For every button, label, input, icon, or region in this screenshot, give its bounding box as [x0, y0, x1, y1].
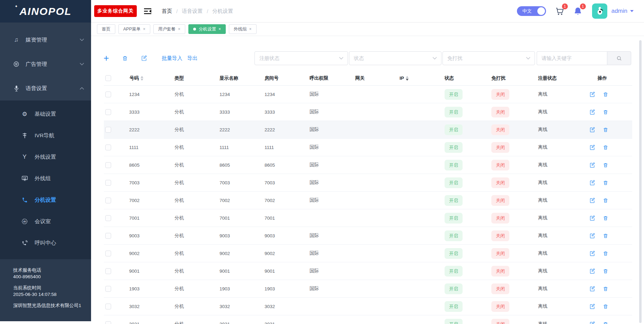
row-checkbox[interactable] [105, 304, 111, 309]
row-checkbox[interactable] [105, 127, 111, 133]
tab-APP菜单[interactable]: APP菜单 × [118, 24, 150, 34]
sort-caret[interactable] [141, 76, 143, 81]
row-checkbox[interactable] [105, 109, 111, 115]
cell-register-status: 离线 [537, 303, 585, 309]
row-checkbox[interactable] [105, 198, 111, 203]
sidebar-subitem-call-center[interactable]: 呼叫中心 [0, 232, 91, 254]
row-checkbox[interactable] [105, 180, 111, 186]
edit-icon [589, 321, 595, 324]
row-checkbox[interactable] [105, 286, 111, 292]
row-edit-button[interactable] [589, 145, 595, 150]
tab-close-icon[interactable]: × [178, 27, 180, 32]
row-checkbox[interactable] [105, 268, 111, 274]
batch-import-link[interactable]: 批量导入 [162, 55, 182, 62]
sidebar-subitem-meeting-room[interactable]: m 会议室 [0, 211, 91, 232]
col-header-ip[interactable]: IP [398, 76, 443, 81]
keyword-input[interactable] [537, 51, 607, 65]
breadcrumb-home[interactable]: 首页 [162, 8, 172, 15]
col-header-type: 类型 [173, 75, 218, 81]
row-edit-button[interactable] [589, 180, 595, 186]
sidebar-subitem-trunk-settings[interactable]: Y 外线设置 [0, 146, 91, 168]
dnd-badge: 关闭 [491, 107, 509, 117]
row-checkbox[interactable] [105, 321, 111, 324]
sidebar-item-ads[interactable]: 广告管理 [0, 52, 91, 76]
edit-button[interactable] [141, 55, 147, 61]
row-checkbox[interactable] [105, 251, 111, 256]
cell-display-name: 9002 [218, 251, 263, 256]
edit-icon [589, 162, 595, 168]
dnd-badge: 关闭 [491, 89, 509, 100]
cell-register-status: 离线 [537, 144, 585, 150]
row-delete-button[interactable] [603, 251, 608, 256]
notifications-button[interactable]: 1 [573, 7, 582, 16]
cell-register-status: 离线 [537, 197, 585, 203]
row-edit-button[interactable] [589, 233, 595, 239]
row-checkbox[interactable] [105, 215, 111, 221]
sidebar-subitem-basic-settings[interactable]: ⚙ 基础设置 [0, 103, 91, 125]
col-header-number[interactable]: 号码 [128, 75, 173, 81]
row-delete-button[interactable] [603, 180, 608, 186]
sidebar-subitem-ivr-nav[interactable]: IVR导航 [0, 125, 91, 146]
cell-type: 分机 [173, 91, 218, 97]
row-delete-button[interactable] [603, 304, 608, 309]
tab-close-icon[interactable]: × [218, 27, 221, 32]
row-delete-button[interactable] [603, 215, 608, 221]
tab-首页[interactable]: 首页 × [97, 24, 115, 34]
row-delete-button[interactable] [603, 145, 608, 150]
row-edit-button[interactable] [589, 268, 595, 274]
dnd-select[interactable]: 免打扰 [442, 51, 535, 65]
row-checkbox[interactable] [105, 162, 111, 168]
table-body: 1234 分机 1234 1234 国际 开启 关闭 离线 3333 分机 33… [104, 86, 632, 324]
sidebar-item-media[interactable]: ♫ 媒资管理 [0, 28, 91, 52]
row-delete-button[interactable] [603, 127, 608, 133]
row-checkbox[interactable] [105, 233, 111, 239]
row-edit-button[interactable] [589, 215, 595, 221]
row-delete-button[interactable] [603, 91, 608, 97]
sidebar-subitem-extension[interactable]: 分机设置 [0, 189, 91, 211]
row-edit-button[interactable] [589, 162, 595, 168]
delete-button[interactable] [122, 55, 128, 62]
cell-room: 3032 [263, 304, 308, 309]
tab-close-icon[interactable]: × [249, 27, 252, 32]
language-toggle[interactable]: 中文 [517, 6, 546, 16]
sidebar-item-voice[interactable]: 语音设置 [0, 76, 91, 100]
row-delete-button[interactable] [603, 109, 608, 115]
row-edit-button[interactable] [589, 109, 595, 115]
row-delete-button[interactable] [603, 321, 608, 324]
avatar[interactable] [592, 3, 607, 19]
row-delete-button[interactable] [603, 162, 608, 168]
collapse-menu-icon[interactable] [144, 8, 151, 15]
add-button[interactable]: + [104, 55, 109, 62]
user-menu-caret-icon[interactable] [630, 10, 634, 12]
vertical-scrollbar[interactable] [639, 40, 642, 323]
register-status-select[interactable]: 注册状态 [254, 51, 348, 65]
row-delete-button[interactable] [603, 233, 608, 239]
tab-用户套餐[interactable]: 用户套餐 × [153, 24, 185, 34]
status-badge: 开启 [445, 319, 463, 324]
export-link[interactable]: 导出 [187, 55, 198, 62]
row-edit-button[interactable] [589, 198, 595, 203]
row-checkbox[interactable] [105, 91, 111, 97]
row-delete-button[interactable] [603, 268, 608, 274]
row-edit-button[interactable] [589, 304, 595, 309]
cart-button[interactable]: 1 [555, 7, 564, 16]
row-edit-button[interactable] [589, 251, 595, 256]
row-edit-button[interactable] [589, 127, 595, 133]
row-edit-button[interactable] [589, 91, 595, 97]
notification-count-badge: 1 [580, 3, 586, 9]
tab-外线组[interactable]: 外线组 × [229, 24, 257, 34]
table-row: 3031 分机 3031 3031 开启 关闭 离线 [104, 315, 632, 324]
sort-caret[interactable] [406, 76, 409, 81]
sidebar-subitem-trunk-group[interactable]: 外线组 [0, 168, 91, 189]
row-edit-button[interactable] [589, 321, 595, 324]
row-delete-button[interactable] [603, 198, 608, 203]
status-select[interactable]: 状态 [349, 51, 441, 65]
select-all-checkbox[interactable] [105, 75, 111, 81]
tab-close-icon[interactable]: × [143, 27, 145, 32]
tab-分机设置[interactable]: 分机设置 × [188, 24, 226, 34]
row-delete-button[interactable] [603, 286, 608, 292]
search-button[interactable] [607, 51, 631, 65]
username[interactable]: admin [611, 8, 627, 15]
row-edit-button[interactable] [589, 286, 595, 292]
row-checkbox[interactable] [105, 145, 111, 150]
